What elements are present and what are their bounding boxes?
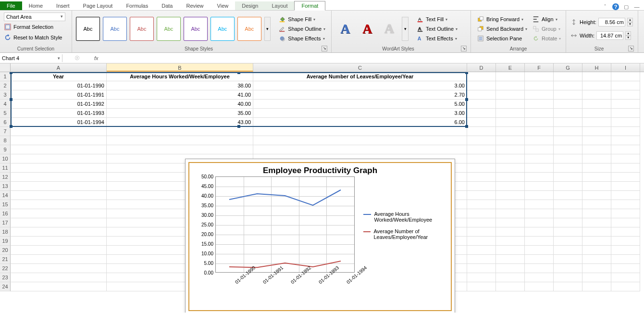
bring-forward-button[interactable]: Bring Forward	[475, 15, 529, 24]
cell-G7[interactable]	[554, 127, 582, 136]
cell-H15[interactable]	[582, 200, 611, 209]
cell-F2[interactable]	[525, 81, 554, 90]
cell-D24[interactable]	[467, 282, 496, 291]
cell-A4[interactable]: 01-01-1992	[11, 100, 107, 109]
format-selection-button[interactable]: Format Selection	[4, 22, 68, 32]
cell-I5[interactable]	[611, 109, 640, 118]
cell-E18[interactable]	[496, 227, 525, 237]
chart-object[interactable]: Employee Productivity Graph 0.005.0010.0…	[185, 159, 455, 313]
column-header-A[interactable]: A	[11, 63, 107, 72]
row-header-6[interactable]: 6	[0, 118, 11, 127]
cell-I7[interactable]	[611, 127, 640, 136]
tab-formulas[interactable]: Formulas	[119, 1, 155, 10]
cell-G23[interactable]	[554, 273, 582, 282]
height-spin-down[interactable]: ▼	[627, 22, 633, 26]
cell-H17[interactable]	[582, 218, 611, 227]
width-spin-down[interactable]: ▼	[625, 36, 631, 40]
cell-G24[interactable]	[554, 282, 582, 291]
cell-C2[interactable]: 3.00	[253, 81, 467, 90]
cell-E4[interactable]	[496, 100, 525, 109]
row-header-15[interactable]: 15	[0, 200, 11, 209]
text-outline-button[interactable]: A Text Outline	[414, 25, 459, 33]
row-header-2[interactable]: 2	[0, 81, 11, 90]
cell-D10[interactable]	[467, 154, 496, 163]
cell-E14[interactable]	[496, 191, 525, 200]
cell-F18[interactable]	[525, 227, 554, 237]
window-restore-icon[interactable]: ▢	[623, 3, 630, 10]
cell-D14[interactable]	[467, 191, 496, 200]
cell-F21[interactable]	[525, 255, 554, 264]
cell-A14[interactable]	[11, 191, 107, 200]
row-header-20[interactable]: 20	[0, 246, 11, 255]
group-button[interactable]: Group	[530, 25, 563, 33]
cell-H11[interactable]	[582, 163, 611, 173]
column-header-E[interactable]: E	[496, 63, 525, 72]
tab-view[interactable]: View	[211, 1, 235, 10]
cell-H23[interactable]	[582, 273, 611, 282]
row-header-3[interactable]: 3	[0, 90, 11, 100]
shape-style-1[interactable]: Abc	[76, 17, 100, 41]
cell-F20[interactable]	[525, 246, 554, 255]
cell-H1[interactable]	[582, 72, 611, 81]
cell-I11[interactable]	[611, 163, 640, 173]
row-header-16[interactable]: 16	[0, 209, 11, 218]
cell-H13[interactable]	[582, 182, 611, 191]
row-header-12[interactable]: 12	[0, 173, 11, 182]
tab-review[interactable]: Review	[179, 1, 210, 10]
minimize-ribbon-icon[interactable]: ˆ	[602, 3, 608, 10]
shape-style-5[interactable]: Abc	[184, 17, 208, 41]
cell-A17[interactable]	[11, 218, 107, 227]
tab-file[interactable]: File	[0, 1, 22, 10]
cell-I20[interactable]	[611, 246, 640, 255]
cell-D9[interactable]	[467, 145, 496, 154]
cell-A22[interactable]	[11, 264, 107, 273]
cell-D11[interactable]	[467, 163, 496, 173]
row-header-19[interactable]: 19	[0, 237, 11, 246]
cell-D21[interactable]	[467, 255, 496, 264]
cell-I12[interactable]	[611, 173, 640, 182]
cell-D13[interactable]	[467, 182, 496, 191]
cell-E23[interactable]	[496, 273, 525, 282]
cell-D12[interactable]	[467, 173, 496, 182]
cell-G3[interactable]	[554, 90, 582, 100]
size-dialog-launcher[interactable]: ↘	[628, 46, 634, 51]
row-header-18[interactable]: 18	[0, 227, 11, 237]
cell-G2[interactable]	[554, 81, 582, 90]
cell-H2[interactable]	[582, 81, 611, 90]
align-button[interactable]: Align	[530, 15, 563, 24]
cell-H6[interactable]	[582, 118, 611, 127]
cell-H7[interactable]	[582, 127, 611, 136]
cell-B4[interactable]: 40.00	[107, 100, 253, 109]
cell-H3[interactable]	[582, 90, 611, 100]
legend-item-1[interactable]: Average Hours Worked/Week/Employee	[363, 211, 445, 223]
row-header-7[interactable]: 7	[0, 127, 11, 136]
cell-H22[interactable]	[582, 264, 611, 273]
cell-D7[interactable]	[467, 127, 496, 136]
cell-A7[interactable]	[11, 127, 107, 136]
cell-B5[interactable]: 35.00	[107, 109, 253, 118]
cell-E22[interactable]	[496, 264, 525, 273]
cell-H14[interactable]	[582, 191, 611, 200]
cell-I15[interactable]	[611, 200, 640, 209]
cell-D2[interactable]	[467, 81, 496, 90]
cell-I10[interactable]	[611, 154, 640, 163]
cell-I4[interactable]	[611, 100, 640, 109]
cell-I16[interactable]	[611, 209, 640, 218]
cell-F12[interactable]	[525, 173, 554, 182]
cell-I18[interactable]	[611, 227, 640, 237]
cell-I17[interactable]	[611, 218, 640, 227]
cell-E17[interactable]	[496, 218, 525, 227]
cell-A5[interactable]: 01-01-1993	[11, 109, 107, 118]
row-header-1[interactable]: 1	[0, 72, 11, 81]
cell-H21[interactable]	[582, 255, 611, 264]
cell-A19[interactable]	[11, 237, 107, 246]
cell-E13[interactable]	[496, 182, 525, 191]
cell-B8[interactable]	[107, 136, 253, 145]
row-header-5[interactable]: 5	[0, 109, 11, 118]
fx-icon[interactable]: fx	[91, 55, 101, 61]
tab-home[interactable]: Home	[22, 1, 50, 10]
cell-A1[interactable]: Year	[11, 72, 107, 81]
cell-E16[interactable]	[496, 209, 525, 218]
cell-F11[interactable]	[525, 163, 554, 173]
cell-B7[interactable]	[107, 127, 253, 136]
